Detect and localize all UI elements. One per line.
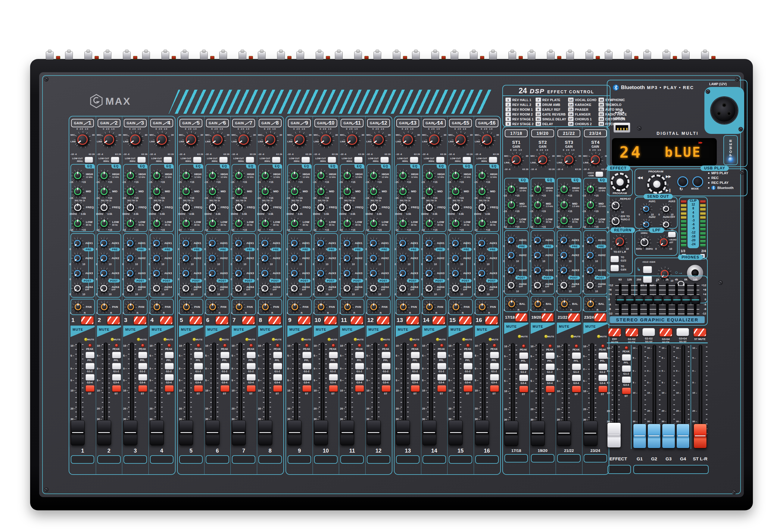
ch4-aux2-knob[interactable]: 010 <box>150 252 163 265</box>
st2-aux1-knob[interactable]: 010 <box>531 234 544 246</box>
st4-fader[interactable] <box>584 421 597 446</box>
master-effect-st-button[interactable] <box>622 388 631 394</box>
ch12-gain-knob[interactable] <box>370 131 387 148</box>
ch3-aux4-knob[interactable]: 010 <box>124 282 136 295</box>
ch13-aux2-knob[interactable]: 010 <box>396 252 409 265</box>
ch8-mute-button[interactable] <box>268 316 281 325</box>
send-aux1-knob[interactable]: 010 <box>640 203 652 215</box>
st2-aux3-knob[interactable]: 010 <box>531 264 544 276</box>
ch6-fader[interactable] <box>206 420 220 445</box>
ch9-mute-button[interactable] <box>297 316 311 325</box>
ch9-pan-knob[interactable]: LR <box>288 301 301 313</box>
ch9-fader[interactable] <box>288 420 302 445</box>
ch16-aux4-knob[interactable]: 010 <box>475 282 488 295</box>
st4-mute-button[interactable] <box>594 313 606 322</box>
master-effect-fader[interactable] <box>607 423 621 448</box>
ch8-eq-freq-knob[interactable]: 150Hz3.5k <box>259 201 272 214</box>
ch15-pfl-button[interactable] <box>464 352 472 358</box>
ch13-eq-mid-knob[interactable]: -15+15 <box>396 185 410 198</box>
ch2-aux3-knob[interactable]: 010 <box>98 267 110 279</box>
ch15-eq-freq-knob[interactable]: 150Hz3.5k <box>449 201 462 214</box>
ch6-aux2-knob[interactable]: 010 <box>206 252 219 265</box>
ch5-aux1-knob[interactable]: 010 <box>180 237 192 250</box>
ch9-eq-low-knob[interactable]: -15+15 <box>288 217 301 230</box>
ch7-eq-low-knob[interactable]: -15+15 <box>232 217 245 230</box>
ch4-aux4-knob[interactable]: 010 <box>150 282 163 295</box>
ch7-pan-knob[interactable]: LR <box>233 301 245 313</box>
ch11-aux3-knob[interactable]: 010 <box>341 267 353 279</box>
ch1-lowcut-button[interactable] <box>85 157 93 163</box>
ch12-aux3-knob[interactable]: 010 <box>367 267 380 279</box>
master-effect-g12-button[interactable] <box>622 365 631 372</box>
ch16-gain-knob[interactable] <box>478 131 496 148</box>
ch11-lowcut-button[interactable] <box>354 157 363 163</box>
st1-eq-low-knob[interactable]: -15+15 <box>505 214 518 227</box>
ch2-eq-high-knob[interactable]: -15+15 <box>98 169 111 182</box>
ch3-aux3-knob[interactable]: 010 <box>124 267 136 279</box>
st3-bal-knob[interactable]: LR <box>558 298 571 310</box>
ch8-pfl-button[interactable] <box>273 352 282 358</box>
ch5-aux3-knob[interactable]: 010 <box>180 267 192 279</box>
geq-slider-2k[interactable] <box>663 295 672 304</box>
ch14-g34-button[interactable] <box>437 374 446 380</box>
ch5-pfl-button[interactable] <box>194 352 203 358</box>
ch2-lowcut-button[interactable] <box>111 157 119 163</box>
ch14-mute-button[interactable] <box>432 316 445 325</box>
ch14-eq-freq-knob[interactable]: 150Hz3.5k <box>423 201 436 214</box>
ch16-fader[interactable] <box>475 420 489 445</box>
ch12-eq-freq-knob[interactable]: 150Hz3.5k <box>367 201 380 214</box>
ch14-g12-button[interactable] <box>437 363 446 369</box>
st2-aux4-knob[interactable]: 010 <box>531 279 544 292</box>
ch15-lowcut-button[interactable] <box>463 157 471 163</box>
st3-aux4-knob[interactable]: 010 <box>558 279 570 292</box>
ch7-gain-knob[interactable] <box>235 131 252 148</box>
ch3-fader[interactable] <box>123 420 137 445</box>
ch8-aux2-knob[interactable]: 010 <box>259 252 271 265</box>
ch13-eq-low-knob[interactable]: -15+15 <box>396 217 410 230</box>
st3-g34-button[interactable] <box>572 375 581 381</box>
ch2-pfl-button[interactable] <box>112 352 121 358</box>
ch6-aux3-knob[interactable]: 010 <box>206 267 219 279</box>
ch13-eq-high-knob[interactable]: -15+15 <box>396 169 410 182</box>
ch13-aux1-knob[interactable]: 010 <box>396 237 409 250</box>
ch6-eq-mid-knob[interactable]: -15+15 <box>206 185 219 198</box>
geq-slider-250[interactable] <box>634 295 644 304</box>
ch14-gain-knob[interactable] <box>426 131 443 148</box>
ch13-pfl-button[interactable] <box>411 352 420 358</box>
lamp-xlr-socket[interactable] <box>711 97 738 124</box>
ch2-eq-freq-knob[interactable]: 150Hz3.5k <box>98 201 111 214</box>
master-effect-pfl-button[interactable] <box>622 354 631 361</box>
ch8-eq-mid-knob[interactable]: -15+15 <box>259 185 272 198</box>
st2-pfl-button[interactable] <box>546 352 555 359</box>
ch13-aux3-knob[interactable]: 010 <box>396 267 409 279</box>
st1-bal-knob[interactable]: LR <box>505 298 518 310</box>
ch3-g12-button[interactable] <box>138 363 147 369</box>
ch5-lowcut-button[interactable] <box>193 157 201 163</box>
ch11-pan-knob[interactable]: LR <box>341 301 354 313</box>
ch15-mute-button[interactable] <box>459 316 472 325</box>
ch15-aux2-knob[interactable]: 010 <box>449 252 462 265</box>
st4-aux2-knob[interactable]: 010 <box>584 249 597 262</box>
st2-eq-mid-knob[interactable]: -15+15 <box>531 198 544 211</box>
ch14-aux1-knob[interactable]: 010 <box>423 237 436 250</box>
ch10-mute-button[interactable] <box>324 316 337 325</box>
ch15-g34-button[interactable] <box>464 374 472 380</box>
st1-eq-mid-knob[interactable]: -15+15 <box>505 198 518 211</box>
st4-eq-low-knob[interactable]: -15+15 <box>584 214 597 227</box>
phones-route-button1[interactable] <box>643 266 652 273</box>
ch4-gain-knob[interactable] <box>153 131 170 148</box>
ch13-fader[interactable] <box>396 420 410 445</box>
ch10-pfl-button[interactable] <box>329 352 338 358</box>
ch8-g34-button[interactable] <box>273 374 282 380</box>
ch3-pfl-button[interactable] <box>138 352 147 358</box>
ch9-aux2-knob[interactable]: 010 <box>288 252 301 265</box>
ch6-pfl-button[interactable] <box>220 352 229 358</box>
send-aux3-knob[interactable]: 010 <box>660 203 672 215</box>
ch5-g34-button[interactable] <box>194 374 203 380</box>
ch1-st-button[interactable] <box>86 385 95 392</box>
ch4-pan-knob[interactable]: LR <box>151 301 163 313</box>
geq-slider-125[interactable] <box>625 295 634 304</box>
ch15-fader[interactable] <box>449 420 463 445</box>
ch7-g34-button[interactable] <box>247 374 256 380</box>
ch15-g12-button[interactable] <box>464 363 472 369</box>
